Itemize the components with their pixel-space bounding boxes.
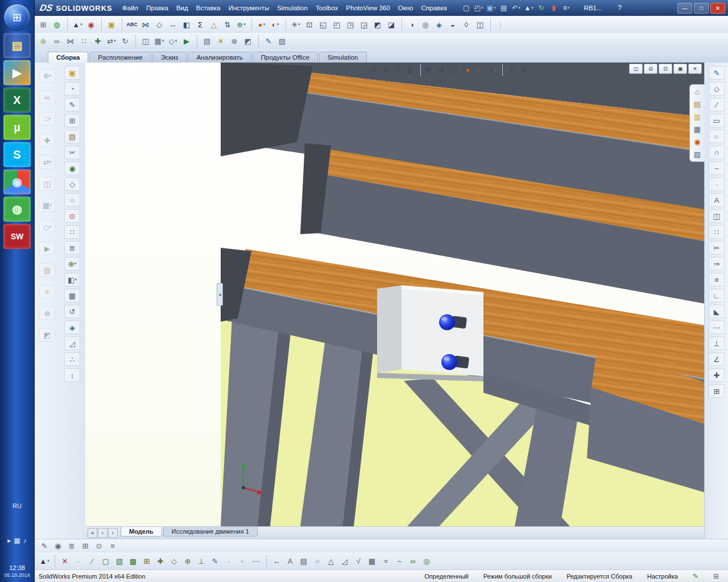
start-button[interactable]: ⊞ <box>3 3 31 31</box>
apply-scene-button[interactable]: ◐▾ <box>474 64 486 76</box>
zoom-fit-button[interactable]: ⊡▾ <box>303 18 316 31</box>
lock-view-button[interactable]: ▣▾ <box>101 18 118 31</box>
undo-button[interactable]: ↶▾ <box>511 2 522 14</box>
quick-snap-button[interactable]: ✚▾ <box>709 368 725 382</box>
save-button[interactable]: ▣▾ <box>486 2 497 14</box>
move-component-button[interactable]: ⇄▾ <box>39 155 55 169</box>
appearance-tool-button[interactable]: ◉▾ <box>64 161 80 175</box>
bom-button[interactable]: ▤▾ <box>39 263 55 277</box>
circle-button[interactable]: ○▾ <box>709 130 725 143</box>
section-view-button[interactable]: ◧▾ <box>405 64 416 76</box>
add-tool-button[interactable]: ⊕▾ <box>64 257 80 271</box>
convert-entities-button[interactable]: ⇒▾ <box>709 257 725 271</box>
clear-filters-button[interactable]: ✕▾ <box>55 555 71 567</box>
tray-volume-icon[interactable]: ♪ <box>23 537 27 544</box>
green-app-taskbar-icon[interactable]: ◍ <box>3 197 31 222</box>
media-player-taskbar-icon[interactable]: ▶ <box>3 60 31 85</box>
command-tab[interactable]: Анализировать <box>188 52 251 63</box>
equations-button[interactable]: Σ▾ <box>194 18 206 31</box>
edge-filter-button[interactable]: ∕▾ <box>86 555 98 567</box>
apply-scene-button[interactable]: ◐▾ <box>269 18 282 31</box>
rotate-component-button[interactable]: ↻▾ <box>119 35 131 47</box>
reference-sphere-button[interactable]: ◉▾ <box>85 18 97 31</box>
open-document-button[interactable]: ◰▾ <box>473 2 485 14</box>
select-button[interactable]: ▲▾ <box>523 2 535 14</box>
previous-view-button[interactable]: ↶▾ <box>392 64 404 76</box>
hide-show-items-button[interactable]: ◫▾ <box>449 64 461 76</box>
edit-appearance-button[interactable]: ●▾ <box>251 18 268 31</box>
grid-snap-button[interactable]: ⊞▾ <box>709 384 725 398</box>
rotate-view-button[interactable]: ↻▾ <box>502 64 518 76</box>
bill-of-materials-button[interactable]: ▤▾ <box>197 35 213 47</box>
dimetric-view-button[interactable]: ◪▾ <box>385 18 398 31</box>
undo-view-button[interactable]: ↺▾ <box>64 305 80 318</box>
appearances-tab[interactable]: ◉ <box>694 138 700 146</box>
note-filter-button[interactable]: ▤▾ <box>297 555 310 567</box>
display-style-button[interactable]: ◍▾ <box>437 64 448 76</box>
custom-properties-tab[interactable]: ▧ <box>694 150 701 159</box>
datum-filter-button[interactable]: ◿▾ <box>338 555 351 567</box>
chrome-taskbar-icon[interactable]: ◉ <box>3 169 31 194</box>
exploded-view-button[interactable]: ✳▾ <box>39 285 55 298</box>
show-hidden-button[interactable]: ◫▾ <box>39 177 55 190</box>
wireframe-view-button[interactable]: ◎▾ <box>419 18 432 31</box>
coordinate-filter-button[interactable]: ⊥▾ <box>195 555 208 567</box>
hyperlink-button[interactable]: ⋈▾ <box>139 18 152 31</box>
insert-components-button[interactable]: ⊕▾ <box>37 35 49 47</box>
tab-scroll-start-button[interactable]: « <box>88 528 97 538</box>
sketch-tool-button[interactable]: ✎▾ <box>64 98 80 111</box>
design-library-tab[interactable]: ▤ <box>694 100 701 109</box>
dimension-filter-button[interactable]: ↔▾ <box>266 555 283 567</box>
face-filter-button[interactable]: ▢▾ <box>100 555 112 567</box>
tab-scroll-right-button[interactable]: › <box>108 528 118 538</box>
rebuild-button[interactable]: ↻▾ <box>536 2 547 14</box>
edit-pencil-icon[interactable]: ✎ <box>693 572 698 580</box>
clock[interactable]: 12:38 05.10.2014 <box>0 564 34 579</box>
origin-filter-button[interactable]: ⊕▾ <box>181 555 194 567</box>
language-indicator[interactable]: RU <box>0 502 34 509</box>
edit-appearance-button[interactable]: ●▾ <box>462 64 473 76</box>
gtol-filter-button[interactable]: ▦▾ <box>366 555 378 567</box>
section-tool-button[interactable]: ◧▾ <box>64 273 80 286</box>
arc-button[interactable]: ∩▾ <box>709 146 725 159</box>
rectangle-button[interactable]: ▭▾ <box>709 114 725 127</box>
doc-minimize-button[interactable]: ⊟ <box>644 64 657 74</box>
spell-checker-button[interactable]: ABC▾ <box>122 18 138 31</box>
angle-button[interactable]: ∠▾ <box>709 352 725 366</box>
command-tab[interactable]: Сборка <box>48 52 88 63</box>
custom-label[interactable]: Настройка <box>647 573 678 580</box>
smart-fasteners-button[interactable]: ✚▾ <box>92 35 104 47</box>
view-palette-tab[interactable]: ▦ <box>694 125 701 134</box>
interference-button[interactable]: ⊗▾ <box>39 306 55 320</box>
right-view-button[interactable]: ◲▾ <box>358 18 370 31</box>
outline-button[interactable]: ≣▾ <box>65 540 78 552</box>
sketch-filter-button[interactable]: ✎▾ <box>209 555 221 567</box>
snap-button[interactable]: ⊙▾ <box>93 540 105 552</box>
explorer-taskbar-icon[interactable]: ▤ <box>3 33 31 58</box>
solid-filter-button[interactable]: ▩▾ <box>127 555 139 567</box>
command-tab[interactable]: Продукты Office <box>253 52 318 63</box>
select-filter-button[interactable]: ▣▾ <box>64 66 80 80</box>
edit-component-button[interactable]: ✎▾ <box>258 35 275 47</box>
midpoint-filter-button[interactable]: ◦▾ <box>236 555 249 567</box>
show-hidden-button[interactable]: ◫▾ <box>135 35 152 47</box>
options-button[interactable]: ≡▾ <box>561 2 572 14</box>
solidworks-resources-tab[interactable]: ⌂ <box>695 88 700 96</box>
mesh-tool-button[interactable]: ▦▾ <box>64 289 80 302</box>
perspective-button[interactable]: ◊▾ <box>460 18 473 31</box>
mate-button[interactable]: ∞▾ <box>51 35 63 47</box>
weld-filter-button[interactable]: △▾ <box>325 555 337 567</box>
isolate-button[interactable]: ◩▾ <box>242 35 254 47</box>
pipe-filter-button[interactable]: ◎▾ <box>420 555 433 567</box>
fillet-button[interactable]: ∟▾ <box>709 289 725 302</box>
large-assembly-mode-button[interactable]: ▧▾ <box>276 35 288 47</box>
magnifier-button[interactable]: ◔▾ <box>64 82 80 95</box>
menu-item[interactable]: Справка <box>417 0 450 16</box>
assembly-features-button[interactable]: ▦▾ <box>153 35 166 47</box>
mate-button[interactable]: ∞▾ <box>39 90 55 104</box>
doc-maximize-button[interactable]: ▣ <box>673 64 687 74</box>
assembly-features-button[interactable]: ▦▾ <box>39 198 55 212</box>
draft-analysis-button[interactable]: △▾ <box>208 18 220 31</box>
camera-button[interactable]: ◫▾ <box>474 18 486 31</box>
solidworks-taskbar-icon[interactable]: SW <box>3 224 31 249</box>
